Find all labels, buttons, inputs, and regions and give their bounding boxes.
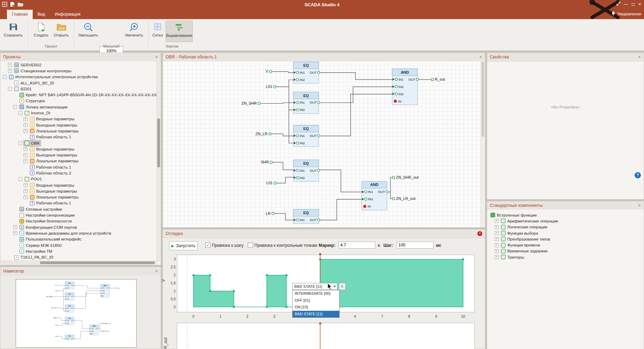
- tree-item[interactable]: +▤Локальные параметры: [1, 128, 157, 134]
- diagram-block[interactable]: EQIN1OUTIN2: [65, 293, 74, 300]
- collapse-icon[interactable]: −: [18, 111, 22, 115]
- diagram-block[interactable]: EQIN1OUTIN2: [65, 305, 74, 312]
- tree-item[interactable]: +»Входные параметры: [1, 146, 157, 152]
- close-icon[interactable]: ×: [479, 55, 482, 59]
- expand-icon[interactable]: +: [24, 159, 27, 163]
- tree-item[interactable]: ◔Настройки синхронизации: [1, 212, 157, 218]
- tree-item[interactable]: +Функции выбора: [487, 230, 644, 236]
- tree-item[interactable]: ‖Рабочая область 1: [1, 134, 157, 140]
- grid-toggle-button[interactable]: Сетка: [151, 21, 164, 37]
- tree-item[interactable]: ≡T1K1J_PA_BC_ID: [1, 254, 157, 260]
- marker-input[interactable]: [339, 242, 375, 249]
- diagram-block[interactable]: ANDIN1OUTIN2IN3IN: [101, 284, 110, 297]
- zoom-in-button[interactable]: Увеличить: [123, 21, 145, 37]
- align-toggle-button[interactable]: Выравнивание: [166, 21, 193, 42]
- tree-item[interactable]: +Функции времени: [487, 242, 644, 248]
- tree-item[interactable]: ‖Рабочая область 1: [1, 164, 157, 170]
- expand-icon[interactable]: +: [495, 255, 499, 259]
- maximize-button[interactable]: ◻: [631, 2, 635, 7]
- diagram-block[interactable]: EQIN1OUT: [293, 209, 320, 224]
- tree-item[interactable]: −OBR: [1, 140, 157, 146]
- diagram-block[interactable]: EQIN1OUTIN2: [65, 317, 74, 325]
- tab-glavnaya[interactable]: Главная: [7, 10, 33, 19]
- canvas-vertical-scrollbar[interactable]: [481, 61, 485, 227]
- expand-icon[interactable]: +: [495, 231, 499, 235]
- tree-item[interactable]: ▭Пользовательский интерфейс: [1, 236, 157, 242]
- expand-icon[interactable]: +: [13, 225, 17, 229]
- diagram-block[interactable]: EQIN1OUTIN2: [65, 282, 74, 290]
- expand-icon[interactable]: +: [495, 225, 499, 229]
- tree-item[interactable]: +Триггеры: [487, 254, 644, 260]
- close-icon[interactable]: ×: [638, 55, 641, 59]
- tree-item[interactable]: +▤Локальные параметры: [1, 158, 157, 164]
- expand-icon[interactable]: +: [24, 189, 27, 193]
- close-icon[interactable]: ×: [155, 55, 158, 59]
- projects-vertical-scrollbar[interactable]: [157, 61, 160, 261]
- tree-item[interactable]: +»Выходные параметры: [1, 122, 157, 128]
- tree-item[interactable]: +Временные задержки: [487, 248, 644, 254]
- expand-icon[interactable]: +: [24, 123, 27, 127]
- expand-icon[interactable]: +: [13, 231, 17, 235]
- diagram-block[interactable]: ANDIN1OUTIN2IN: [89, 325, 99, 335]
- new-project-icon[interactable]: [10, 2, 15, 8]
- expand-icon[interactable]: +: [8, 69, 12, 73]
- expand-icon[interactable]: +: [24, 153, 27, 157]
- tree-item[interactable]: +Арифметические операции: [487, 218, 644, 224]
- dropdown-option[interactable]: ON [10]: [293, 304, 339, 311]
- debug-chart-2[interactable]: [171, 322, 477, 349]
- close-icon[interactable]: ×: [155, 269, 158, 274]
- tab-informaciya[interactable]: Информация: [50, 10, 85, 19]
- expand-icon[interactable]: +: [24, 147, 27, 151]
- tree-item[interactable]: +»Выходные параметры: [1, 188, 157, 194]
- close-button[interactable]: ×: [638, 1, 641, 7]
- tab-vid[interactable]: Вид: [33, 10, 50, 19]
- notifications-button[interactable]: Уведомления: [611, 11, 641, 16]
- expand-icon[interactable]: +: [24, 195, 27, 199]
- run-button[interactable]: ▶ Запустить: [169, 241, 198, 250]
- tree-item[interactable]: <Настройки ТМ: [1, 248, 157, 254]
- tree-item[interactable]: +▭Станционные контроллеры: [1, 68, 157, 74]
- tree-item[interactable]: Крейт: NPT BAY-14SPP-850G/R-4H-1D-1R-XX-…: [1, 92, 157, 98]
- tree-item[interactable]: +»Входные параметры: [1, 182, 157, 188]
- tree-item[interactable]: ≡ALL_ASP1_BC_ID: [1, 80, 157, 86]
- tree-item[interactable]: +≈Временные диаграммы для опроса устройс…: [1, 230, 157, 236]
- stop-icon[interactable]: ✕: [477, 231, 482, 236]
- collapse-icon[interactable]: −: [13, 105, 17, 109]
- expand-icon[interactable]: +: [495, 237, 499, 241]
- tree-item[interactable]: +Преобразование типов: [487, 236, 644, 242]
- diagram-block[interactable]: EQIN1OUTIN2: [293, 125, 320, 147]
- tree-item[interactable]: +▤Локальные параметры: [1, 194, 157, 200]
- zoom-out-button[interactable]: Уменьшить: [77, 21, 99, 37]
- dropdown-option[interactable]: OFF [01]: [293, 297, 339, 304]
- close-icon[interactable]: ×: [638, 203, 641, 208]
- collapse-icon[interactable]: −: [8, 87, 12, 91]
- diagram-block[interactable]: EQIN1OUT: [65, 335, 74, 340]
- tree-item[interactable]: +▯Конфигурация COM портов: [1, 224, 157, 230]
- collapse-icon[interactable]: −: [18, 177, 22, 181]
- diagram-block[interactable]: ANDIN1OUTIN2IN3IN: [392, 69, 419, 105]
- projects-horizontal-scrollbar[interactable]: [1, 261, 158, 265]
- tree-item[interactable]: −Логика автоматизации: [1, 104, 157, 110]
- tree-item[interactable]: −Интеллектуальные электронные устройства: [1, 74, 157, 80]
- navigator-minimap[interactable]: EQIN1OUTIN2EQIN1OUTIN2EQIN1OUTIN2ANDIN1O…: [16, 279, 137, 348]
- diagram-block[interactable]: EQIN1OUTIN2: [293, 62, 320, 83]
- expand-icon[interactable]: +: [495, 243, 499, 247]
- expand-icon[interactable]: +: [495, 249, 499, 253]
- tree-item[interactable]: Встроенные функции: [487, 212, 644, 218]
- dropdown-option[interactable]: BAD STATE [11]: [293, 311, 339, 318]
- tree-item[interactable]: −Inverse_DI: [1, 110, 157, 116]
- dropdown-close-button[interactable]: x: [339, 283, 345, 290]
- tree-item[interactable]: ‖Рабочая область 1: [1, 200, 157, 206]
- diagram-block[interactable]: ANDIN1OUTIN2IN: [362, 181, 388, 210]
- tree-item[interactable]: ≡Сервер МЭК 61850: [1, 242, 157, 248]
- tree-item[interactable]: ‖Рабочая область 2: [1, 170, 157, 176]
- expand-icon[interactable]: +: [24, 117, 27, 121]
- snap-points-checkbox[interactable]: [248, 243, 253, 248]
- tree-item[interactable]: ▭Сетевые настройки: [1, 206, 157, 212]
- tree-item[interactable]: +»Входные параметры: [1, 116, 157, 122]
- open-button[interactable]: Открыть: [51, 21, 71, 37]
- save-button[interactable]: Сохранить: [2, 21, 24, 37]
- diagram-canvas[interactable]: EQIN1OUTIN2EQIN1OUTIN2EQIN1OUTIN2ANDIN1O…: [163, 61, 482, 227]
- tree-item[interactable]: −IED01: [1, 86, 157, 92]
- snap-step-checkbox[interactable]: ✓: [205, 243, 210, 248]
